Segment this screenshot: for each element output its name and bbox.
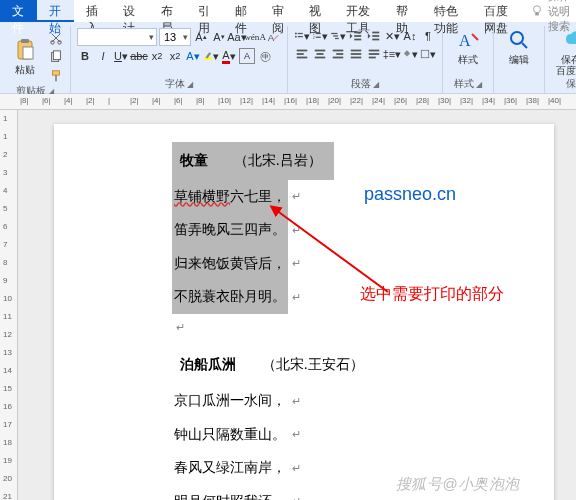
para-mark-icon: ↵ [292,284,301,310]
document-content[interactable]: 牧童 （北宋.吕岩） 草铺横野六七里，↵ 笛弄晚风三四声。↵ 归来饱饭黄昏后，↵… [172,142,376,500]
numbering-button[interactable]: 12▾ [312,28,328,44]
ruler-horizontal[interactable]: |8||6||4||2|||2||4||6||8||10||12||14||16… [0,94,576,110]
para-mark-icon: ↵ [292,183,301,209]
tab-home[interactable]: 开始 [37,0,74,22]
asian-layout-button[interactable]: ✕▾ [384,28,400,44]
tab-mail[interactable]: 邮件 [223,0,260,22]
grow-font-button[interactable]: A▴ [193,29,209,45]
styles-button[interactable]: A 样式 [449,28,487,65]
font-family-select[interactable] [77,28,157,46]
svg-rect-29 [372,39,379,41]
sort-button[interactable]: A↕ [402,28,418,44]
para-dialog-icon[interactable]: ◢ [373,80,379,89]
svg-rect-9 [53,71,60,75]
font-color-button[interactable]: A▾ [221,48,237,64]
group-paragraph: ▾ 12▾ ▾ ✕▾ A↕ ¶ ‡≡▾ ▾ ▾ 段落◢ [288,26,443,93]
tab-help[interactable]: 帮助 [384,0,421,22]
svg-rect-16 [298,36,303,37]
paste-icon [13,38,37,62]
tab-review[interactable]: 审阅 [260,0,297,22]
align-right-button[interactable] [330,46,346,62]
svg-rect-3 [21,39,29,43]
copy-button[interactable] [48,49,64,65]
bold-button[interactable]: B [77,48,93,64]
decrease-indent-button[interactable] [348,28,364,44]
poem1-line-1[interactable]: 草铺横野六七里， [172,180,288,214]
poem2-line-1[interactable]: 京口瓜洲一水间， [172,384,288,418]
svg-rect-36 [333,50,344,52]
enclose-char-button[interactable]: ㊥ [257,48,273,64]
tab-view[interactable]: 视图 [297,0,334,22]
tab-design[interactable]: 设计 [111,0,148,22]
tab-netdisk[interactable]: 百度网盘 [472,0,522,22]
poem2-line-4[interactable]: 明月何时照我还。 [172,485,288,500]
svg-text:A: A [268,32,275,43]
tab-developer[interactable]: 开发工具 [334,0,384,22]
line-spacing-button[interactable]: ‡≡▾ [384,46,400,62]
tell-me[interactable]: 操作说明搜索 [530,0,576,22]
poem1-line-3[interactable]: 归来饱饭黄昏后， [172,247,288,281]
ruler-vertical[interactable]: 1123456789101112131415161718192021 [0,110,18,500]
poem1-line-4[interactable]: 不脱蓑衣卧月明。 [172,280,288,314]
poem1-author[interactable]: （北宋.吕岩） [216,142,334,180]
font-size-select[interactable]: 13 [159,28,191,46]
align-center-button[interactable] [312,46,328,62]
shading-button[interactable]: ▾ [402,46,418,62]
tab-layout[interactable]: 布局 [149,0,186,22]
justify-button[interactable] [348,46,364,62]
char-border-button[interactable]: A [239,48,255,64]
clear-format-button[interactable]: A [265,29,281,45]
svg-rect-20 [316,37,321,38]
group-editing: 编辑 [494,26,545,93]
page-area[interactable]: 牧童 （北宋.吕岩） 草铺横野六七里，↵ 笛弄晚风三四声。↵ 归来饱饭黄昏后，↵… [18,110,576,500]
svg-rect-44 [369,57,376,59]
save-netdisk-button[interactable]: 保存到 百度网盘 [551,28,576,76]
phonetic-guide-button[interactable]: wénA [247,29,263,45]
text-effects-button[interactable]: A▾ [185,48,201,64]
svg-rect-26 [354,39,361,41]
multilevel-button[interactable]: ▾ [330,28,346,44]
underline-button[interactable]: U▾ [113,48,129,64]
group-save: 保存到 百度网盘 保存 [545,26,576,93]
align-left-button[interactable] [294,46,310,62]
change-case-button[interactable]: Aa▾ [229,29,245,45]
svg-rect-23 [335,38,339,39]
italic-button[interactable]: I [95,48,111,64]
tab-file[interactable]: 文件 [0,0,37,22]
poem2-author[interactable]: （北宋.王安石） [244,346,376,384]
tab-insert[interactable]: 插入 [74,0,111,22]
font-dialog-icon[interactable]: ◢ [187,80,193,89]
editing-button[interactable]: 编辑 [500,28,538,65]
svg-rect-42 [369,50,380,52]
svg-rect-34 [317,53,324,55]
poem2-title[interactable]: 泊船瓜洲 [172,346,244,384]
svg-point-15 [295,36,297,38]
poem2-line-3[interactable]: 春风又绿江南岸， [172,451,288,485]
tab-special[interactable]: 特色功能 [422,0,472,22]
poem1-title[interactable]: 牧童 [172,142,216,180]
shrink-font-button[interactable]: A▾ [211,29,227,45]
svg-text:A: A [459,32,471,49]
styles-dialog-icon[interactable]: ◢ [476,80,482,89]
increase-indent-button[interactable] [366,28,382,44]
strike-button[interactable]: abc [131,48,147,64]
svg-rect-22 [333,35,338,36]
svg-rect-32 [297,57,308,59]
para-mark-icon: ↵ [176,314,185,340]
svg-rect-39 [351,50,362,52]
tab-references[interactable]: 引用 [186,0,223,22]
svg-rect-38 [333,57,344,59]
distribute-button[interactable] [366,46,382,62]
cut-button[interactable] [48,30,64,46]
highlight-button[interactable]: ▾ [203,48,219,64]
poem1-line-2[interactable]: 笛弄晚风三四声。 [172,213,288,247]
superscript-button[interactable]: x2 [167,48,183,64]
show-marks-button[interactable]: ¶ [420,28,436,44]
poem2-line-2[interactable]: 钟山只隔数重山。 [172,418,288,452]
bullets-button[interactable]: ▾ [294,28,310,44]
paste-button[interactable]: 粘贴 [6,28,44,84]
svg-rect-24 [354,32,361,34]
format-painter-button[interactable] [48,68,64,84]
subscript-button[interactable]: x2 [149,48,165,64]
borders-button[interactable]: ▾ [420,46,436,62]
